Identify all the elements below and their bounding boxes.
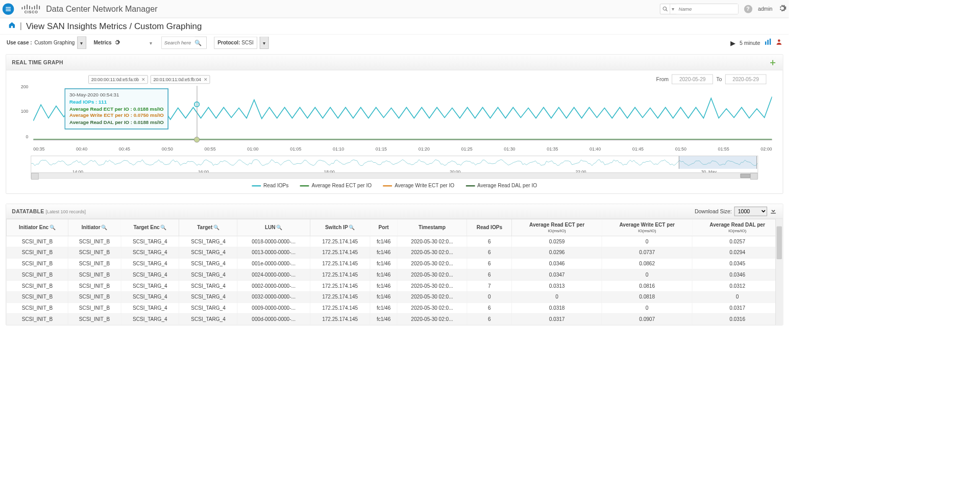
x-tick: 00:40 [76, 146, 87, 152]
table-cell: SCSI_INIT_B [68, 280, 120, 291]
navigator-selection[interactable] [679, 156, 757, 169]
hover-point-marker [194, 137, 200, 142]
table-cell: SCSI_TARG_4 [121, 236, 179, 247]
column-header[interactable]: Target🔍 [179, 219, 237, 236]
help-button[interactable]: ? [744, 5, 752, 13]
metrics-gear-icon[interactable] [114, 39, 119, 46]
page-toolbar: Use case : Custom Graphing ▾ Metrics ▾ 🔍… [0, 35, 789, 51]
scroll-thumb[interactable] [776, 227, 781, 259]
table-cell: 0.0257 [692, 236, 782, 247]
home-icon[interactable] [8, 21, 15, 31]
chart-view-icon[interactable] [764, 38, 771, 47]
table-row[interactable]: SCSI_INIT_BSCSI_INIT_BSCSI_TARG_4SCSI_TA… [6, 258, 782, 269]
table-cell: SCSI_TARG_4 [179, 314, 237, 325]
column-header[interactable]: LUN🔍 [237, 219, 310, 236]
chevron-down-icon[interactable]: ▾ [670, 6, 676, 12]
table-cell: 2020-05-30 02:0... [397, 280, 467, 291]
breadcrumb-path: View SAN Insights Metrics / Custom Graph… [26, 21, 202, 31]
chart-tooltip: 30-May-2020 00:54:31 Read IOPs : 111 Ave… [64, 88, 168, 129]
usecase-dropdown[interactable]: ▾ [77, 37, 86, 49]
search-icon[interactable]: 🔍 [194, 39, 202, 46]
column-header[interactable]: Switch IP🔍 [310, 219, 370, 236]
svg-point-16 [778, 39, 780, 42]
table-cell: 0 [602, 303, 692, 314]
table-cell: 0.0346 [692, 269, 782, 281]
table-row[interactable]: SCSI_INIT_BSCSI_INIT_BSCSI_TARG_4SCSI_TA… [6, 247, 782, 258]
x-tick: 00:55 [205, 146, 216, 152]
navigator-scrollbar[interactable] [31, 172, 757, 178]
table-row[interactable]: SCSI_INIT_BSCSI_INIT_BSCSI_TARG_4SCSI_TA… [6, 236, 782, 247]
table-row[interactable]: SCSI_INIT_BSCSI_INIT_BSCSI_TARG_4SCSI_TA… [6, 291, 782, 303]
column-search-icon[interactable]: 🔍 [160, 225, 166, 230]
menu-toggle-button[interactable] [3, 3, 14, 15]
table-row[interactable]: SCSI_INIT_BSCSI_INIT_BSCSI_TARG_4SCSI_TA… [6, 280, 782, 291]
legend-item[interactable]: Average Read ECT per IO [300, 183, 372, 188]
series-chip[interactable]: 20:00:00:11:0d:e5:fa:0b✕ [88, 75, 148, 84]
legend-item[interactable]: Average Write ECT per IO [383, 183, 454, 188]
global-search-input[interactable] [676, 4, 738, 14]
column-header[interactable]: Average Write ECT perIO(ms/IO) [602, 219, 692, 236]
table-vertical-scrollbar[interactable] [775, 219, 782, 325]
user-scope-icon[interactable] [776, 39, 782, 47]
add-series-button[interactable]: ＋ [768, 56, 777, 68]
table-row[interactable]: SCSI_INIT_BSCSI_INIT_BSCSI_TARG_4SCSI_TA… [6, 314, 782, 325]
toolbar-search[interactable]: 🔍 [161, 37, 207, 49]
chip-remove-icon[interactable]: ✕ [204, 77, 207, 82]
legend-item[interactable]: Read IOPs [252, 183, 289, 188]
table-cell: SCSI_INIT_B [68, 303, 120, 314]
table-cell: 2020-05-30 02:0... [397, 247, 467, 258]
table-cell: SCSI_INIT_B [68, 247, 120, 258]
main-chart[interactable]: 200 100 0 00:3500:4000:4500:5000:5501:00… [17, 86, 772, 152]
play-icon[interactable]: ▶ [730, 39, 736, 46]
navigator-scroll-thumb[interactable] [741, 174, 750, 178]
table-cell: 0009-0000-0000-... [237, 303, 310, 314]
column-header[interactable]: Average Read ECT perIO(ms/IO) [512, 219, 602, 236]
svg-point-11 [663, 7, 666, 10]
column-header[interactable]: Initiator Enc🔍 [6, 219, 68, 236]
chip-remove-icon[interactable]: ✕ [141, 77, 145, 82]
column-header[interactable]: Read IOPs [467, 219, 512, 236]
download-size-select[interactable]: 1000 [734, 207, 767, 216]
table-row[interactable]: SCSI_INIT_BSCSI_INIT_BSCSI_TARG_4SCSI_TA… [6, 303, 782, 314]
user-label[interactable]: admin [758, 6, 773, 12]
navigator-chart[interactable]: 14:0016:0018:0020:0022:0030. May [31, 156, 758, 179]
column-header[interactable]: Timestamp [397, 219, 467, 236]
column-search-icon[interactable]: 🔍 [349, 225, 355, 230]
table-cell: fc1/46 [370, 303, 397, 314]
refresh-interval[interactable]: 5 minute [740, 40, 760, 46]
global-search[interactable]: ▾ [660, 4, 738, 14]
table-cell: SCSI_TARG_4 [121, 291, 179, 303]
column-search-icon[interactable]: 🔍 [101, 225, 107, 230]
table-cell: 172.25.174.145 [310, 269, 370, 281]
column-header[interactable]: Initiator🔍 [68, 219, 120, 236]
metrics-caret-icon[interactable]: ▾ [150, 40, 153, 46]
column-search-icon[interactable]: 🔍 [213, 225, 219, 230]
legend-item[interactable]: Average Read DAL per IO [466, 183, 537, 188]
table-cell: SCSI_INIT_B [6, 303, 68, 314]
table-cell: 0002-0000-0000-... [237, 280, 310, 291]
table-cell: SCSI_INIT_B [6, 280, 68, 291]
table-cell: SCSI_TARG_4 [179, 247, 237, 258]
column-header[interactable]: Average Read DAL perIO(ms/IO) [692, 219, 782, 236]
table-cell: fc1/46 [370, 269, 397, 281]
column-header[interactable]: Port [370, 219, 397, 236]
column-header[interactable]: Target Enc🔍 [121, 219, 179, 236]
table-cell: 0.0312 [692, 280, 782, 291]
table-cell: 000d-0000-0000-... [237, 314, 310, 325]
series-chip[interactable]: 20:01:00:11:0d:e5:fb:04✕ [151, 75, 210, 84]
toolbar-search-input[interactable] [162, 37, 194, 48]
chips-row: 20:00:00:11:0d:e5:fa:0b✕20:01:00:11:0d:e… [6, 70, 782, 86]
svg-rect-13 [765, 41, 766, 44]
table-cell: fc1/46 [370, 247, 397, 258]
table-row[interactable]: SCSI_INIT_BSCSI_INIT_BSCSI_TARG_4SCSI_TA… [6, 269, 782, 281]
svg-line-12 [666, 10, 668, 11]
protocol-dropdown[interactable]: ▾ [260, 37, 269, 49]
column-search-icon[interactable]: 🔍 [276, 225, 282, 230]
column-search-icon[interactable]: 🔍 [50, 225, 56, 230]
download-icon[interactable] [770, 207, 777, 216]
settings-gear-icon[interactable] [778, 4, 787, 14]
from-date-input[interactable] [672, 74, 713, 84]
x-tick: 01:10 [333, 146, 344, 152]
to-date-input[interactable] [725, 74, 767, 84]
table-cell: fc1/46 [370, 291, 397, 303]
